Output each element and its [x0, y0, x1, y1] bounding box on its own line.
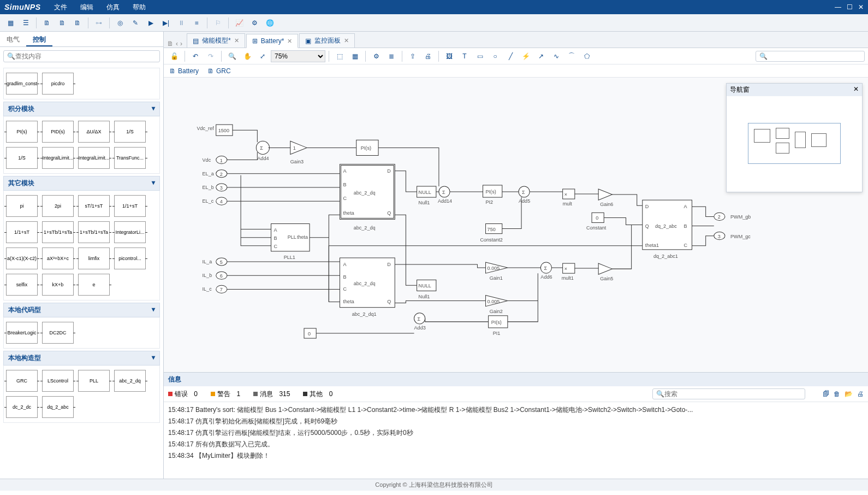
select-icon[interactable]: ⬚ — [332, 49, 347, 63]
library-block[interactable]: 1/S — [114, 121, 146, 143]
canvas-search-input[interactable] — [768, 52, 861, 60]
folder-icon[interactable]: 📂 — [845, 390, 853, 398]
tab-model[interactable]: ▤储能模型*✕ — [187, 33, 245, 48]
library-block[interactable]: 1+sTb/1+sTa — [78, 221, 110, 243]
copy-icon[interactable]: 🗐 — [823, 390, 829, 398]
doc1-icon[interactable]: 🗎 — [40, 16, 54, 30]
library-block[interactable]: IntegralLimit... — [42, 147, 74, 169]
library-block[interactable]: PLL — [78, 370, 110, 392]
library-block[interactable]: dc_2_dc — [6, 396, 38, 418]
doc3-icon[interactable]: 🗎 — [70, 16, 85, 30]
menu-file[interactable]: 文件 — [54, 3, 67, 12]
library-block[interactable]: 1/1+sT — [6, 221, 38, 243]
info-search[interactable]: 🔍 — [652, 388, 805, 399]
rect-icon[interactable]: ▭ — [473, 49, 487, 63]
trash-icon[interactable]: 🗑 — [834, 390, 840, 398]
blk-gradlim[interactable]: gradlim_const — [6, 73, 38, 95]
lock-icon[interactable]: 🔓 — [167, 49, 181, 63]
undo-icon[interactable]: ↶ — [188, 49, 203, 63]
crumb-battery[interactable]: 🗎 Battery — [169, 67, 199, 75]
maximize-icon[interactable]: ☐ — [847, 3, 853, 11]
close-tab-icon[interactable]: ✕ — [344, 37, 349, 44]
play-icon[interactable]: ▶ — [144, 16, 158, 30]
library-search-input[interactable] — [15, 52, 156, 60]
library-block[interactable]: selfix — [6, 274, 38, 296]
library-block[interactable]: PID(s) — [42, 121, 74, 143]
globe-icon[interactable]: 🌐 — [263, 16, 277, 30]
print-icon[interactable]: 🖨 — [421, 49, 435, 63]
menu-sim[interactable]: 仿真 — [106, 3, 120, 12]
stop-icon[interactable]: ■ — [189, 16, 204, 30]
chart-icon[interactable]: 📈 — [232, 16, 246, 30]
layers-icon[interactable]: ≣ — [384, 49, 399, 63]
flag-icon[interactable]: ⚐ — [211, 16, 225, 30]
printer-icon[interactable]: 🖨 — [857, 390, 864, 398]
log-lines[interactable]: 15:48:17 Battery's sort: 储能模型 Bus 1->Con… — [164, 402, 868, 479]
diagram-canvas[interactable]: Vdc_ref Vdc EL_a EL_b EL_c IL_a IL_b IL_… — [164, 78, 868, 372]
new-doc-icon[interactable]: 🗎 — [167, 40, 174, 48]
filter-warn[interactable]: 警告 1 — [211, 390, 240, 399]
image-icon[interactable]: 🖼 — [442, 49, 456, 63]
region-icon[interactable]: ▦ — [348, 49, 362, 63]
library-block[interactable]: e — [78, 274, 110, 296]
close-tab-icon[interactable]: ✕ — [234, 37, 239, 44]
circle-icon[interactable]: ○ — [488, 49, 502, 63]
step-icon[interactable]: ▶| — [159, 16, 173, 30]
panel-other-head[interactable]: 其它模块▾ — [3, 176, 160, 191]
menu-edit[interactable]: 编辑 — [80, 3, 93, 12]
library-block[interactable]: limfix — [78, 248, 110, 269]
node-icon[interactable]: ⊶ — [92, 16, 106, 30]
bolt-icon[interactable]: ⚡ — [519, 49, 533, 63]
doc2-icon[interactable]: 🗎 — [55, 16, 69, 30]
tab-monitor[interactable]: ▣监控面板✕ — [299, 33, 355, 48]
arrow-icon[interactable]: ↗ — [534, 49, 548, 63]
grid-icon[interactable]: ▦ — [3, 16, 17, 30]
list-icon[interactable]: ☰ — [19, 16, 33, 30]
library-block[interactable]: BreakerLogic — [6, 322, 38, 344]
library-block[interactable]: GRC — [6, 370, 38, 392]
nav-close-icon[interactable]: ✕ — [853, 85, 859, 95]
canvas-search[interactable]: 🔍 — [756, 51, 865, 62]
library-block[interactable]: pi — [6, 195, 38, 217]
text-icon[interactable]: T — [457, 49, 472, 63]
gear-icon[interactable]: ⚙ — [369, 49, 383, 63]
fit-icon[interactable]: ⤢ — [255, 49, 270, 63]
close-icon[interactable]: ✕ — [858, 3, 864, 11]
arc-icon[interactable]: ⌒ — [564, 49, 579, 63]
library-block[interactable]: DC2DC — [42, 322, 74, 344]
back-icon[interactable]: ‹ — [176, 40, 178, 48]
minimize-icon[interactable]: — — [835, 3, 841, 11]
pan-icon[interactable]: ✋ — [240, 49, 254, 63]
library-block[interactable]: 1+sTb/1+sTa — [42, 221, 74, 243]
library-block[interactable]: IntegratorLi... — [114, 221, 146, 243]
library-block[interactable]: 1/S — [6, 147, 38, 169]
tab-electrical[interactable]: 电气 — [0, 32, 26, 46]
menu-help[interactable]: 帮助 — [133, 3, 146, 12]
library-block[interactable]: PI(s) — [6, 121, 38, 143]
library-block[interactable]: 1/1+sT — [114, 195, 146, 217]
library-block[interactable]: sT/1+sT — [78, 195, 110, 217]
panel-code-head[interactable]: 本地代码型▾ — [3, 303, 160, 317]
redo-icon[interactable]: ↷ — [204, 49, 218, 63]
zoom-select[interactable]: 75% — [271, 50, 325, 62]
library-block[interactable]: a(X-c1)(X-c2) — [6, 248, 38, 269]
library-block[interactable]: dq_2_abc — [42, 396, 74, 418]
export-icon[interactable]: ⇪ — [406, 49, 420, 63]
crumb-grc[interactable]: 🗎 GRC — [207, 67, 231, 75]
library-block[interactable]: 2pi — [42, 195, 74, 217]
filter-error[interactable]: 错误 0 — [168, 390, 198, 399]
pause-icon[interactable]: ⏸ — [174, 16, 188, 30]
line-icon[interactable]: ╱ — [503, 49, 518, 63]
minimap[interactable] — [748, 123, 841, 164]
curve-icon[interactable]: ∿ — [549, 49, 563, 63]
panel-integral-head[interactable]: 积分模块▾ — [3, 102, 160, 116]
poly-icon[interactable]: ⬠ — [580, 49, 594, 63]
fwd-icon[interactable]: › — [180, 40, 182, 48]
library-block[interactable]: aX³+bX+c — [42, 248, 74, 269]
nav-overview[interactable]: 导航窗✕ — [726, 83, 863, 192]
library-block[interactable]: IntegralLimit... — [78, 147, 110, 169]
library-block[interactable]: kX+b — [42, 274, 74, 296]
edit-icon[interactable]: ✎ — [128, 16, 142, 30]
sliders-icon[interactable]: ⚙ — [247, 16, 261, 30]
library-block[interactable]: LScontrol — [42, 370, 74, 392]
